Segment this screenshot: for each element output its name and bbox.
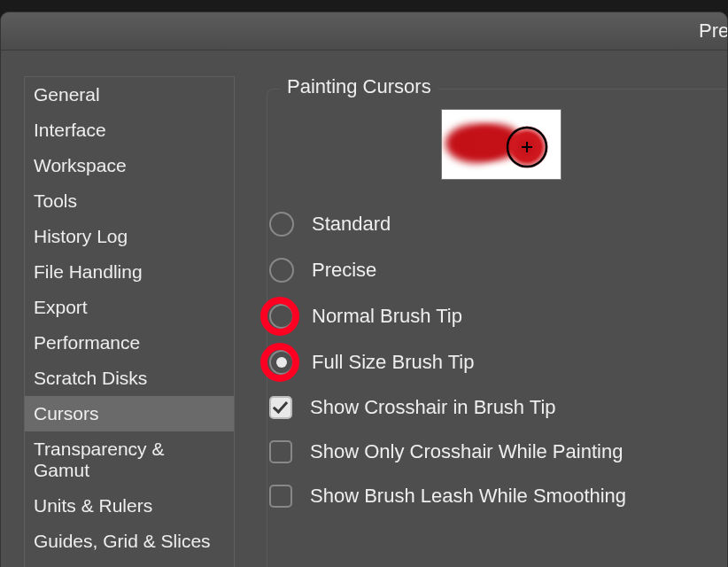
radio-label: Full Size Brush Tip [312,351,474,374]
checkbox[interactable] [269,440,292,463]
checkbox-row-show-only-crosshair-while-painting[interactable]: Show Only Crosshair While Painting [267,430,727,474]
main-panel: Painting Cursors [249,76,727,567]
sidebar-list: GeneralInterfaceWorkspaceToolsHistory Lo… [24,76,235,567]
radio-row-full-size-brush-tip[interactable]: Full Size Brush Tip [267,339,727,385]
radio-button[interactable] [269,350,294,375]
checkbox-label: Show Brush Leash While Smoothing [310,485,626,508]
sidebar-item-history-log[interactable]: History Log [25,219,234,254]
radio-row-normal-brush-tip[interactable]: Normal Brush Tip [267,293,727,339]
window-title: Preferences [1,19,727,42]
painting-cursors-group: Painting Cursors [267,89,727,567]
sidebar-item-export[interactable]: Export [25,290,234,325]
options-list: StandardPreciseNormal Brush TipFull Size… [267,201,727,518]
sidebar-item-workspace[interactable]: Workspace [25,148,234,183]
radio-row-standard[interactable]: Standard [267,201,727,247]
radio-button[interactable] [269,258,294,283]
radio-label: Precise [312,259,376,282]
group-title: Painting Cursors [280,75,438,98]
sidebar-item-general[interactable]: General [25,77,234,113]
sidebar-item-transparency-gamut[interactable]: Transparency & Gamut [25,431,234,488]
checkbox[interactable] [269,485,292,508]
sidebar-item-interface[interactable]: Interface [25,113,234,148]
sidebar-item-cursors[interactable]: Cursors [25,396,234,431]
content-area: GeneralInterfaceWorkspaceToolsHistory Lo… [1,50,727,567]
sidebar-item-performance[interactable]: Performance [25,325,234,361]
sidebar-item-tools[interactable]: Tools [25,183,234,219]
sidebar-item-plug-ins[interactable]: Plug-Ins [25,559,234,567]
radio-button[interactable] [269,212,294,237]
radio-label: Standard [312,213,391,236]
titlebar: Preferences [1,12,727,50]
checkbox-label: Show Crosshair in Brush Tip [310,396,556,419]
sidebar-item-file-handling[interactable]: File Handling [25,254,234,290]
checkbox-row-show-brush-leash-while-smoothing[interactable]: Show Brush Leash While Smoothing [267,474,727,518]
checkbox-label: Show Only Crosshair While Painting [310,440,623,463]
sidebar-item-guides-grid-slices[interactable]: Guides, Grid & Slices [25,524,234,559]
cursor-preview [441,109,561,180]
sidebar-item-scratch-disks[interactable]: Scratch Disks [25,361,234,396]
radio-label: Normal Brush Tip [312,305,462,328]
checkbox-row-show-crosshair-in-brush-tip[interactable]: Show Crosshair in Brush Tip [267,385,727,430]
radio-button[interactable] [269,304,294,329]
checkbox[interactable] [269,396,292,419]
preferences-window: Preferences GeneralInterfaceWorkspaceToo… [0,12,728,567]
sidebar-item-units-rulers[interactable]: Units & Rulers [25,488,234,524]
radio-row-precise[interactable]: Precise [267,247,727,293]
